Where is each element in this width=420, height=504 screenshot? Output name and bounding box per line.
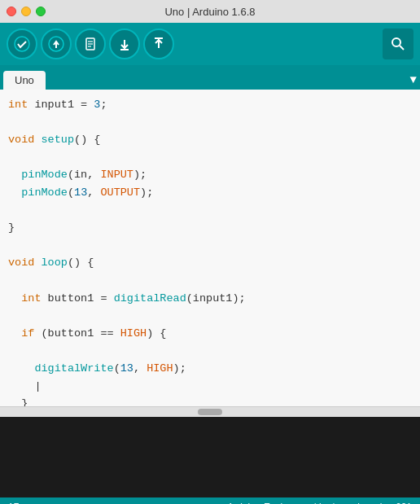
toolbar xyxy=(0,23,420,65)
new-file-icon xyxy=(82,36,98,52)
titlebar: Uno | Arduino 1.6.8 xyxy=(0,0,420,23)
save-button[interactable] xyxy=(143,28,174,59)
verify-button[interactable] xyxy=(7,28,37,59)
serial-console xyxy=(0,417,420,497)
horizontal-scrollbar[interactable] xyxy=(0,407,420,417)
statusbar: 17 Arduino Esplora on /dev/cu.usbmodem62… xyxy=(0,497,420,504)
checkmark-icon xyxy=(14,36,30,52)
minimize-button[interactable] xyxy=(21,7,31,16)
tabbar: Uno ▼ xyxy=(0,65,420,90)
toolbar-left xyxy=(7,28,174,59)
save-icon xyxy=(151,36,167,52)
code-editor[interactable]: int input1 = 3; void setup() { pinMode(i… xyxy=(0,90,420,407)
traffic-lights xyxy=(7,7,46,16)
tab-dropdown-arrow[interactable]: ▼ xyxy=(410,73,417,86)
toolbar-right xyxy=(383,28,413,59)
svg-point-9 xyxy=(392,38,400,46)
scrollbar-thumb[interactable] xyxy=(198,409,222,415)
window-title: Uno | Arduino 1.6.8 xyxy=(164,6,255,18)
open-button[interactable] xyxy=(109,28,140,59)
maximize-button[interactable] xyxy=(36,7,46,16)
open-icon xyxy=(116,36,133,52)
upload-icon xyxy=(48,36,64,52)
tab-uno[interactable]: Uno xyxy=(3,71,46,90)
svg-point-0 xyxy=(15,37,29,51)
code-content: int input1 = 3; void setup() { pinMode(i… xyxy=(0,96,420,407)
svg-line-10 xyxy=(400,46,404,50)
new-button[interactable] xyxy=(75,28,106,59)
search-button[interactable] xyxy=(383,28,413,59)
search-icon xyxy=(391,37,405,51)
upload-button[interactable] xyxy=(41,28,72,59)
close-button[interactable] xyxy=(7,7,16,16)
